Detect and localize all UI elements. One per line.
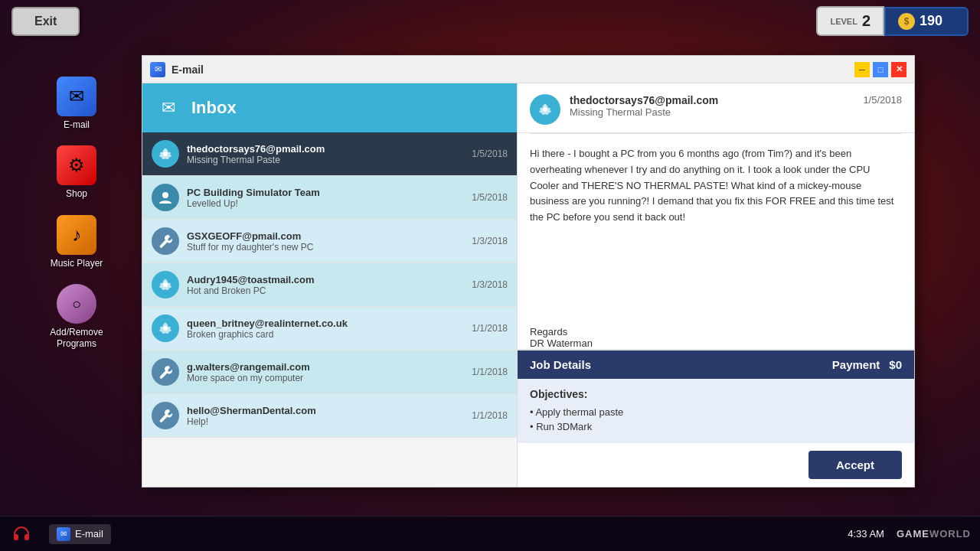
email-subject-2: Stuff for my daughter's new PC (187, 242, 458, 253)
email-date-4: 1/1/2018 (472, 323, 508, 334)
avatar-3 (152, 271, 179, 298)
window-minimize-button[interactable]: ─ (854, 62, 870, 77)
objective-item-1: • Run 3DMark (530, 419, 902, 434)
email-window: ✉ E-mail ─ □ ✕ ✉ Inbox thedoctorsa (142, 55, 915, 487)
email-date-0: 1/5/2018 (472, 148, 508, 159)
level-label: LEVEL (830, 17, 857, 26)
avatar-0 (152, 140, 179, 168)
window-controls: ─ □ ✕ (854, 62, 906, 77)
taskbar-email-icon: ✉ (57, 527, 70, 541)
detail-sender: thedoctorsays76@pmail.com (570, 94, 854, 106)
music-icon-label: Music Player (51, 258, 103, 269)
detail-body-text: Hi there - I bought a PC from you 6 mont… (530, 146, 902, 226)
taskbar-email-label: E-mail (75, 528, 103, 540)
email-item-6[interactable]: hello@ShermanDental.com Help! 1/1/2018 (142, 394, 517, 438)
avatar-5 (152, 358, 179, 386)
money-display: $ 190 (884, 7, 969, 36)
accept-row: Accept (518, 443, 914, 487)
money-value: 190 (920, 13, 942, 29)
email-item-1[interactable]: PC Building Simulator Team Levelled Up! … (142, 176, 517, 220)
email-date-5: 1/1/2018 (472, 367, 508, 377)
desktop-icons: ✉ E-mail ⚙ Shop ♪ Music Player ○ Add/Rem… (46, 77, 107, 349)
email-info-1: PC Building Simulator Team Levelled Up! (187, 187, 458, 209)
level-value: 2 (862, 12, 871, 30)
payment-value: $0 (889, 358, 902, 371)
accept-button[interactable]: Accept (808, 451, 902, 479)
taskbar: ✉ E-mail 4:33 AM GAMEWORLD (0, 516, 980, 551)
detail-date: 1/5/2018 (863, 94, 902, 106)
email-subject-5: More space on my computer (187, 373, 458, 383)
desktop-icon-shop[interactable]: ⚙ Shop (46, 145, 107, 199)
detail-subject: Missing Thermal Paste (570, 106, 854, 118)
desktop-icon-addremove[interactable]: ○ Add/Remove Programs (46, 284, 107, 349)
email-info-3: Audry1945@toastmail.com Hot and Broken P… (187, 274, 458, 296)
payment-label: Payment (832, 358, 880, 371)
email-icon-label: E-mail (64, 119, 90, 130)
shop-icon: ⚙ (57, 145, 96, 185)
avatar-6 (152, 402, 179, 429)
taskbar-headphone-icon (9, 522, 34, 546)
email-date-6: 1/1/2018 (472, 410, 508, 421)
email-info-0: thedoctorsays76@pmail.com Missing Therma… (187, 143, 458, 165)
top-right-hud: LEVEL 2 $ 190 (816, 6, 969, 36)
email-sender-3: Audry1945@toastmail.com (187, 274, 458, 285)
email-info-5: g.walters@rangemail.com More space on my… (187, 361, 458, 383)
email-item-4[interactable]: queen_britney@realinternet.co.uk Broken … (142, 307, 517, 350)
level-display: LEVEL 2 (816, 6, 884, 36)
email-sender-0: thedoctorsays76@pmail.com (187, 143, 458, 155)
avatar-1 (152, 184, 179, 211)
gameworld-logo: GAMEWORLD (897, 528, 971, 540)
email-subject-0: Missing Thermal Paste (187, 155, 458, 165)
taskbar-right: 4:33 AM GAMEWORLD (848, 528, 971, 540)
detail-signature: Regards DR Waterman (518, 320, 914, 349)
window-maximize-button[interactable]: □ (873, 62, 888, 77)
avatar-2 (152, 227, 179, 255)
window-app-icon: ✉ (150, 62, 165, 77)
email-list[interactable]: thedoctorsays76@pmail.com Missing Therma… (142, 132, 517, 487)
email-subject-4: Broken graphics card (187, 329, 458, 340)
email-item-5[interactable]: g.walters@rangemail.com More space on my… (142, 350, 517, 394)
email-sender-6: hello@ShermanDental.com (187, 405, 458, 416)
inbox-panel: ✉ Inbox thedoctorsays76@pmail.com Missin… (142, 83, 518, 487)
shop-icon-label: Shop (66, 188, 87, 199)
inbox-header: ✉ Inbox (142, 83, 517, 132)
email-subject-1: Levelled Up! (187, 198, 458, 209)
window-content: ✉ Inbox thedoctorsays76@pmail.com Missin… (142, 83, 914, 487)
taskbar-email-app[interactable]: ✉ E-mail (49, 524, 111, 544)
email-item-0[interactable]: thedoctorsays76@pmail.com Missing Therma… (142, 132, 517, 176)
email-sender-4: queen_britney@realinternet.co.uk (187, 318, 458, 329)
email-date-1: 1/5/2018 (472, 192, 508, 203)
email-item-2[interactable]: GSXGEOFF@pmail.com Stuff for my daughter… (142, 220, 517, 263)
inbox-title: Inbox (191, 98, 237, 118)
email-item-3[interactable]: Audry1945@toastmail.com Hot and Broken P… (142, 263, 517, 307)
email-subject-6: Help! (187, 416, 458, 427)
job-header: Job Details Payment $0 (518, 350, 914, 379)
window-title: E-mail (172, 64, 848, 76)
window-titlebar: ✉ E-mail ─ □ ✕ (142, 56, 914, 83)
job-title: Job Details (530, 358, 591, 371)
detail-body: Hi there - I bought a PC from you 6 mont… (518, 134, 914, 320)
email-info-2: GSXGEOFF@pmail.com Stuff for my daughter… (187, 230, 458, 253)
objective-item-0: • Apply thermal paste (530, 405, 902, 419)
window-close-button[interactable]: ✕ (891, 62, 906, 77)
email-info-6: hello@ShermanDental.com Help! (187, 405, 458, 427)
objectives-title: Objectives: (530, 388, 902, 400)
exit-button[interactable]: Exit (11, 7, 80, 36)
email-date-3: 1/3/2018 (472, 279, 508, 290)
job-details: Job Details Payment $0 Objectives: • App… (518, 349, 914, 487)
payment-section: Payment $0 (832, 358, 902, 371)
email-date-2: 1/3/2018 (472, 236, 508, 246)
detail-header: thedoctorsays76@pmail.com Missing Therma… (518, 83, 914, 133)
taskbar-time: 4:33 AM (848, 528, 884, 540)
inbox-mail-icon: ✉ (155, 94, 182, 122)
addremove-icon: ○ (57, 284, 96, 324)
regards-text: Regards (530, 326, 902, 337)
coin-icon: $ (898, 13, 915, 30)
svg-point-1 (162, 192, 168, 198)
desktop-icon-music[interactable]: ♪ Music Player (46, 215, 107, 269)
email-sender-5: g.walters@rangemail.com (187, 361, 458, 373)
top-bar: Exit LEVEL 2 $ 190 (0, 0, 980, 42)
avatar-4 (152, 315, 179, 342)
desktop-icon-email[interactable]: ✉ E-mail (46, 77, 107, 130)
email-info-4: queen_britney@realinternet.co.uk Broken … (187, 318, 458, 340)
